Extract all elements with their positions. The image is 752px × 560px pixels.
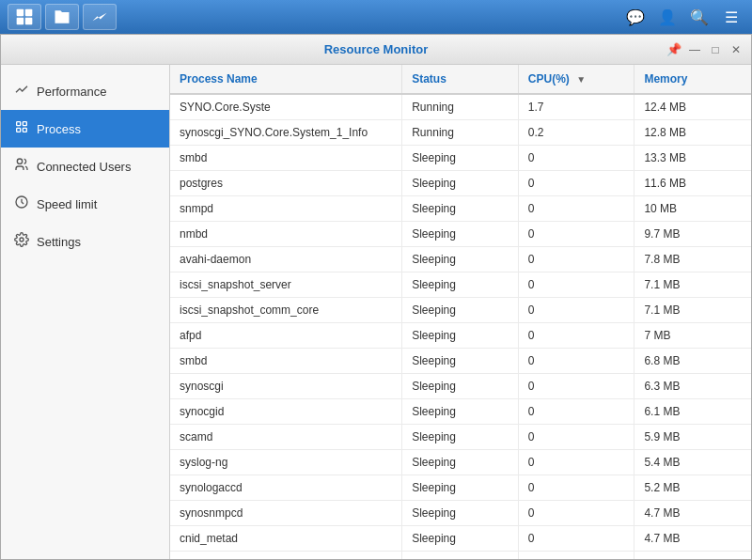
table-row[interactable]: synocgid Sleeping 0 6.1 MB	[170, 399, 751, 425]
window-titlebar: Resource Monitor 📌 — □ ✕	[1, 35, 751, 65]
table-row[interactable]: synosnmpcd Sleeping 0 4.7 MB	[170, 501, 751, 526]
table-row[interactable]: cnid_metad Sleeping 0 4.7 MB	[170, 526, 751, 552]
file-manager-taskbar-app[interactable]	[45, 4, 79, 30]
cell-memory: 7.1 MB	[634, 272, 751, 297]
cell-cpu: 0	[519, 349, 635, 373]
col-header-cpu[interactable]: CPU(%) ▼	[519, 65, 635, 93]
cell-cpu: 0	[519, 475, 635, 500]
cell-status: Sleeping	[402, 272, 519, 297]
cell-status: Sleeping	[402, 552, 519, 559]
cell-memory: 5.4 MB	[634, 450, 751, 474]
sidebar-item-settings[interactable]: Settings	[1, 223, 169, 260]
user-icon[interactable]: 👤	[654, 4, 681, 30]
close-button[interactable]: ✕	[728, 42, 744, 57]
table-row[interactable]: scamd Sleeping 0 5.9 MB	[170, 425, 751, 450]
table-row[interactable]: iscsi_snapshot_comm_core Sleeping 0 7.1 …	[170, 298, 751, 323]
cell-process: avahi-daemon	[170, 247, 402, 272]
table-body[interactable]: SYNO.Core.Syste Running 1.7 12.4 MB syno…	[170, 95, 751, 559]
resource-monitor-window: Resource Monitor 📌 — □ ✕ Performance Pro…	[0, 34, 752, 560]
sidebar-item-performance[interactable]: Performance	[1, 72, 169, 110]
cell-status: Sleeping	[402, 323, 519, 348]
cell-status: Sleeping	[402, 374, 519, 398]
table-row[interactable]: synoscgi Sleeping 0 6.3 MB	[170, 374, 751, 399]
cell-cpu: 0	[519, 146, 635, 170]
sidebar-label-speed-limit: Speed limit	[37, 197, 97, 211]
cell-status: Running	[402, 120, 519, 145]
cell-status: Sleeping	[402, 298, 519, 322]
table-row[interactable]: SYNO.Core.Syste Running 1.7 12.4 MB	[170, 95, 751, 120]
cell-status: Sleeping	[402, 349, 519, 373]
cell-cpu: 0	[519, 272, 635, 297]
svg-rect-1	[25, 9, 33, 17]
svg-rect-7	[23, 128, 26, 132]
settings-icon	[14, 232, 29, 251]
cell-memory: 9.7 MB	[634, 222, 751, 246]
taskbar-right: 💬 👤 🔍 ☰	[622, 4, 744, 30]
cell-memory: 10 MB	[634, 196, 751, 221]
cell-memory: 4.5 MB	[634, 552, 751, 559]
table-row[interactable]: afpd Sleeping 0 7 MB	[170, 323, 751, 349]
cell-status: Running	[402, 95, 519, 119]
col-header-memory[interactable]: Memory	[634, 65, 751, 93]
svg-rect-4	[17, 122, 21, 126]
cell-process: synologaccd	[170, 475, 402, 500]
chart-taskbar-app[interactable]	[83, 4, 117, 30]
sidebar-label-process: Process	[37, 122, 81, 136]
cpu-sort-arrow: ▼	[576, 74, 586, 85]
table-row[interactable]: synoconfd Sleeping 0 4.5 MB	[170, 552, 751, 559]
performance-icon	[14, 82, 29, 101]
cell-status: Sleeping	[402, 501, 519, 525]
sidebar-item-speed-limit[interactable]: Speed limit	[1, 185, 169, 223]
pin-button[interactable]: 📌	[666, 42, 682, 56]
cell-cpu: 0	[519, 450, 635, 474]
table-header: Process Name Status CPU(%) ▼ Memory	[170, 65, 751, 95]
cell-cpu: 0	[519, 501, 635, 525]
maximize-button[interactable]: □	[708, 42, 723, 57]
cell-process: SYNO.Core.Syste	[170, 95, 402, 119]
cell-process: synosnmpcd	[170, 501, 402, 525]
chat-icon[interactable]: 💬	[622, 4, 649, 30]
cell-cpu: 0	[519, 323, 635, 348]
table-row[interactable]: snmpd Sleeping 0 10 MB	[170, 196, 751, 222]
sidebar-item-connected-users[interactable]: Connected Users	[1, 148, 169, 185]
svg-point-8	[17, 159, 22, 163]
cell-process: synoscgi	[170, 374, 402, 398]
cell-status: Sleeping	[402, 399, 519, 424]
search-icon[interactable]: 🔍	[686, 4, 713, 30]
table-row[interactable]: syslog-ng Sleeping 0 5.4 MB	[170, 450, 751, 475]
cell-status: Sleeping	[402, 526, 519, 551]
cell-memory: 5.2 MB	[634, 475, 751, 500]
cell-process: smbd	[170, 349, 402, 373]
cell-cpu: 0	[519, 298, 635, 322]
minimize-button[interactable]: —	[687, 42, 702, 57]
cell-cpu: 0.2	[519, 120, 635, 145]
cell-memory: 13.3 MB	[634, 146, 751, 170]
menu-icon[interactable]: ☰	[718, 4, 744, 30]
table-row[interactable]: smbd Sleeping 0 13.3 MB	[170, 146, 751, 171]
sidebar-item-process[interactable]: Process	[1, 110, 169, 148]
col-header-status[interactable]: Status	[402, 65, 519, 93]
cell-cpu: 0	[519, 425, 635, 449]
col-header-process-name[interactable]: Process Name	[170, 65, 402, 93]
table-row[interactable]: iscsi_snapshot_server Sleeping 0 7.1 MB	[170, 272, 751, 298]
table-row[interactable]: nmbd Sleeping 0 9.7 MB	[170, 222, 751, 247]
table-row[interactable]: smbd Sleeping 0 6.8 MB	[170, 349, 751, 374]
svg-point-10	[20, 238, 24, 241]
table-row[interactable]: postgres Sleeping 0 11.6 MB	[170, 171, 751, 196]
table-row[interactable]: synoscgi_SYNO.Core.System_1_Info Running…	[170, 120, 751, 146]
cell-status: Sleeping	[402, 450, 519, 474]
cell-memory: 5.9 MB	[634, 425, 751, 449]
cell-process: iscsi_snapshot_server	[170, 272, 402, 297]
resource-monitor-taskbar-app[interactable]	[8, 4, 41, 30]
table-row[interactable]: synologaccd Sleeping 0 5.2 MB	[170, 475, 751, 501]
cell-memory: 7 MB	[634, 323, 751, 348]
cell-status: Sleeping	[402, 475, 519, 500]
cell-cpu: 0	[519, 171, 635, 195]
process-icon	[14, 119, 29, 138]
cell-status: Sleeping	[402, 425, 519, 449]
cell-cpu: 0	[519, 526, 635, 551]
cell-process: afpd	[170, 323, 402, 348]
table-row[interactable]: avahi-daemon Sleeping 0 7.8 MB	[170, 247, 751, 272]
cell-process: postgres	[170, 171, 402, 195]
cell-status: Sleeping	[402, 171, 519, 195]
